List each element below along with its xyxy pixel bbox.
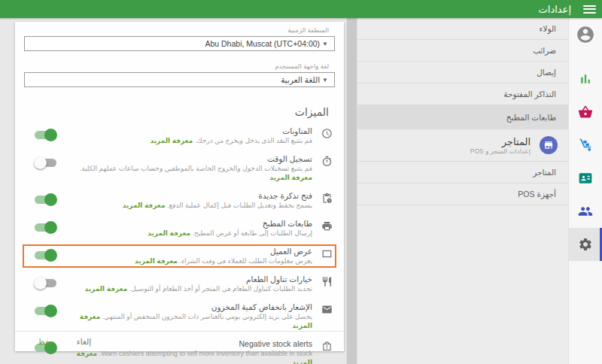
timezone-select[interactable]: ▼ (UTC+04:00) Abu Dhabi, Muscat bbox=[24, 36, 335, 51]
main-pane: المنطقة الزمنية ▼ (UTC+04:00) Abu Dhabi,… bbox=[0, 18, 346, 364]
page-title: إعدادات bbox=[539, 4, 571, 15]
settings-gear-icon bbox=[578, 237, 593, 252]
feature-desc: Warn cashiers attempting to sell more in… bbox=[62, 349, 312, 364]
feature-row-time-clock: تسجيل الوقت قم بتتبع تسجيلات الدخول والخ… bbox=[24, 153, 335, 183]
feature-desc: يسمح بحفظ وتعديل الطلبات قبل إكمال عملية… bbox=[62, 201, 312, 210]
icon-rail bbox=[568, 18, 602, 364]
feature-row-dining-options: خيارات تناول الطعام تحديد الطلبات كتناول… bbox=[24, 274, 335, 294]
language-select[interactable]: ▼ اللغة العربية bbox=[24, 72, 335, 87]
feature-title: تسجيل الوقت bbox=[62, 154, 312, 164]
nav-item-kitchen-printers[interactable]: طابعات المطبخ bbox=[357, 105, 568, 129]
store-icon bbox=[540, 136, 558, 154]
feature-desc: قم بتتبع تسجيلات الدخول والخروج الخاصة ب… bbox=[62, 164, 312, 182]
feature-title: طابعات المطبخ bbox=[62, 219, 312, 229]
top-app-bar: إعدادات bbox=[0, 0, 602, 18]
card-footer: إلغاء حفظ bbox=[15, 331, 344, 351]
nav-item-label: ضرائب bbox=[533, 46, 556, 55]
nav-item-label: أجهزة POS bbox=[518, 190, 556, 199]
nav-header-title: المتاجر bbox=[470, 136, 531, 147]
customer-display-toggle[interactable] bbox=[35, 250, 56, 260]
nav-item-label: إيصال bbox=[537, 68, 556, 77]
chevron-down-icon: ▼ bbox=[322, 41, 328, 47]
feature-desc: يعرض معلومات الطلب للعملاء في وقت الشراء… bbox=[62, 256, 312, 265]
nav-item-label: التذاكر المفتوحة bbox=[503, 89, 556, 99]
open-ticket-icon bbox=[320, 193, 333, 204]
shifts-toggle[interactable] bbox=[35, 130, 56, 140]
cancel-button[interactable]: إلغاء bbox=[77, 337, 91, 346]
features-section-title: الميزات bbox=[30, 106, 329, 118]
settings-card: المنطقة الزمنية ▼ (UTC+04:00) Abu Dhabi,… bbox=[15, 22, 344, 351]
feature-title: الإشعار بانخفاض كمية المخزون bbox=[62, 302, 312, 312]
timezone-value: (UTC+04:00) Abu Dhabi, Muscat bbox=[205, 39, 320, 48]
feature-row-low-stock-notifications: الإشعار بانخفاض كمية المخزون يحصل على بر… bbox=[24, 302, 335, 331]
nav-header-stores[interactable]: المتاجر إعدادات المتجر و POS bbox=[357, 129, 568, 162]
feature-desc: يحصل على بريد إلكتروني يومي بالعناصر ذات… bbox=[62, 312, 312, 330]
open-tickets-toggle[interactable] bbox=[35, 195, 56, 205]
rail-settings[interactable] bbox=[569, 228, 602, 261]
language-label: لغة واجهة المستخدم bbox=[30, 62, 329, 70]
employees-badge-icon bbox=[578, 171, 593, 186]
learn-more-link[interactable]: معرفة المزيد bbox=[84, 285, 127, 293]
dining-utensils-icon bbox=[320, 276, 333, 287]
learn-more-link[interactable]: معرفة المزيد bbox=[150, 137, 193, 144]
learn-more-link[interactable]: معرفة المزيد bbox=[147, 229, 190, 237]
low-stock-toggle[interactable] bbox=[35, 306, 56, 316]
feature-desc: قم بتتبع النقد الذي يدخل ويخرج من درجك. … bbox=[62, 136, 312, 145]
customer-display-icon bbox=[320, 248, 333, 259]
rail-items[interactable] bbox=[569, 96, 602, 129]
timezone-label: المنطقة الزمنية bbox=[30, 26, 329, 34]
chevron-down-icon: ▼ bbox=[322, 77, 328, 83]
hamburger-menu-icon[interactable] bbox=[583, 5, 596, 14]
features-list: المناوبات قم بتتبع النقد الذي يدخل ويخرج… bbox=[24, 126, 335, 364]
customers-people-icon bbox=[578, 204, 593, 219]
printer-icon bbox=[320, 220, 333, 232]
reports-chart-icon bbox=[578, 71, 593, 86]
kitchen-printers-toggle[interactable] bbox=[35, 223, 56, 232]
nav-item-stores[interactable]: المتاجر bbox=[357, 162, 568, 184]
nav-item-receipt[interactable]: إيصال bbox=[357, 62, 568, 83]
language-value: اللغة العربية bbox=[281, 75, 320, 84]
clock-icon bbox=[320, 128, 333, 139]
learn-more-link[interactable]: معرفة المزيد bbox=[135, 257, 178, 265]
nav-item-pos-devices[interactable]: أجهزة POS bbox=[357, 184, 568, 205]
stopwatch-icon bbox=[320, 156, 333, 167]
dining-options-toggle[interactable] bbox=[35, 278, 56, 288]
save-button[interactable]: حفظ bbox=[38, 337, 54, 346]
feature-title: فتح تذكرة جديدة bbox=[62, 191, 312, 201]
feature-desc: تحديد الطلبات كتناول الطعام في المتجر أو… bbox=[62, 284, 312, 293]
settings-nav-panel: الولاء ضرائب إيصال التذاكر المفتوحة طابع… bbox=[357, 18, 568, 364]
nav-item-loyalty[interactable]: الولاء bbox=[357, 18, 568, 40]
feature-row-kitchen-printers: طابعات المطبخ إرسال الطلبات إلى طابعة أو… bbox=[24, 218, 335, 238]
rail-employees[interactable] bbox=[569, 162, 602, 195]
learn-more-link[interactable]: معرفة المزيد bbox=[269, 174, 312, 181]
nav-item-open-tickets[interactable]: التذاكر المفتوحة bbox=[357, 83, 568, 105]
time-clock-toggle[interactable] bbox=[35, 158, 56, 168]
feature-title: خيارات تناول الطعام bbox=[62, 275, 312, 284]
rail-customers[interactable] bbox=[569, 195, 602, 228]
feature-row-customer-display: عرض العميل يعرض معلومات الطلب للعملاء في… bbox=[24, 246, 335, 266]
items-basket-icon bbox=[578, 105, 593, 120]
feature-desc: إرسال الطلبات إلى طابعة أو عرض المطبخ. م… bbox=[62, 229, 312, 238]
learn-more-link[interactable]: معرفة المزيد bbox=[123, 202, 166, 209]
settings-app: إعدادات bbox=[0, 0, 602, 364]
nav-item-label: المتاجر bbox=[533, 168, 556, 177]
nav-item-taxes[interactable]: ضرائب bbox=[357, 40, 568, 62]
rail-inventory[interactable] bbox=[569, 129, 602, 162]
envelope-icon bbox=[320, 304, 333, 315]
rail-account[interactable] bbox=[569, 18, 602, 51]
rail-reports[interactable] bbox=[569, 62, 602, 96]
nav-header-subtitle: إعدادات المتجر و POS bbox=[470, 147, 531, 155]
nav-item-label: طابعات المطبخ bbox=[506, 113, 556, 122]
feature-title: المناوبات bbox=[62, 126, 312, 136]
account-avatar-icon bbox=[576, 25, 595, 44]
feature-title: عرض العميل bbox=[62, 247, 312, 256]
feature-row-shifts: المناوبات قم بتتبع النقد الذي يدخل ويخرج… bbox=[24, 126, 335, 146]
scrollbar-thumb[interactable] bbox=[347, 18, 357, 364]
nav-item-label: الولاء bbox=[540, 24, 556, 33]
inventory-handtruck-icon bbox=[578, 138, 593, 153]
feature-row-open-tickets: فتح تذكرة جديدة يسمح بحفظ وتعديل الطلبات… bbox=[24, 190, 335, 211]
vertical-scrollbar[interactable] bbox=[346, 18, 357, 364]
